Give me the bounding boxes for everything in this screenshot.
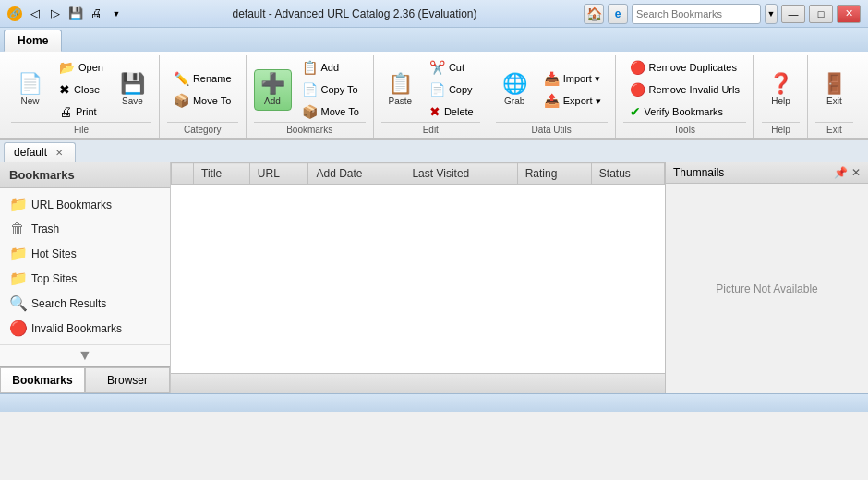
- category-group-label: Category: [167, 122, 238, 138]
- sidebar-item-search-results[interactable]: 🔍 Search Results: [0, 291, 170, 316]
- col-add-date[interactable]: Add Date: [308, 163, 404, 185]
- sidebar-list: 📁 URL Bookmarks 🗑 Trash 📁 Hot Sites 📁 To…: [0, 188, 170, 344]
- verify-bookmarks-button[interactable]: ✔ Verify Bookmarks: [623, 102, 746, 122]
- add-icon: ➕: [260, 74, 285, 94]
- copy-to-button[interactable]: 📄 Copy To: [295, 79, 366, 100]
- maximize-button[interactable]: □: [809, 5, 833, 23]
- qat-print[interactable]: 🖨: [87, 6, 105, 22]
- col-rating[interactable]: Rating: [517, 163, 591, 185]
- save-icon: 💾: [120, 74, 145, 94]
- sidebar-scroll-indicator[interactable]: ▼: [0, 344, 170, 366]
- sidebar-item-trash[interactable]: 🗑 Trash: [0, 217, 170, 241]
- paste-button[interactable]: 📋 Paste: [381, 69, 419, 111]
- sidebar-browser-tab[interactable]: Browser: [85, 367, 170, 393]
- copy-button[interactable]: 📄 Copy: [423, 79, 480, 100]
- print-label: Print: [76, 106, 97, 117]
- exit-button[interactable]: 🚪 Exit: [815, 69, 853, 111]
- table-bottom-bar: [171, 373, 665, 393]
- search-dropdown-btn[interactable]: ▼: [765, 4, 778, 24]
- delete-button[interactable]: ✖ Delete: [423, 102, 480, 122]
- rename-button[interactable]: ✏️ Rename: [167, 68, 238, 89]
- ribbon-group-bookmarks: ➕ Add 📋 Add 📄 Copy To 📦 Move To: [247, 55, 374, 138]
- sidebar-item-hot-sites[interactable]: 📁 Hot Sites: [0, 241, 170, 266]
- document-tabs: default ✕: [0, 140, 868, 162]
- sidebar-item-label-hot-sites: Hot Sites: [31, 247, 77, 260]
- remove-invalid-button[interactable]: 🔴 Remove Invalid Urls: [623, 79, 746, 100]
- ribbon-group-category: ✏️ Rename 📦 Move To Category: [160, 55, 247, 138]
- ribbon-group-tools: 🔴 Remove Duplicates 🔴 Remove Invalid Url…: [616, 55, 754, 138]
- moveto-label: Move To: [193, 95, 231, 106]
- thumbnails-header-icons: 📌 ✕: [834, 166, 861, 179]
- new-icon: 📄: [18, 74, 42, 94]
- url-bookmarks-icon: 📁: [9, 196, 26, 213]
- qat-save[interactable]: 💾: [66, 6, 85, 22]
- import-button[interactable]: 📥 Import ▾: [537, 68, 608, 89]
- doc-tab-close-button[interactable]: ✕: [53, 146, 66, 159]
- browser-ie-icon[interactable]: e: [608, 4, 628, 24]
- category-moveto-button[interactable]: 📦 Move To: [167, 90, 238, 111]
- copyto-label: Copy To: [321, 84, 358, 95]
- edit-group-label: Edit: [381, 122, 480, 138]
- sidebar-item-invalid-bookmarks[interactable]: 🔴 Invalid Bookmarks: [0, 316, 170, 341]
- grab-button[interactable]: 🌐 Grab: [496, 69, 534, 111]
- file-group-label: File: [11, 122, 151, 138]
- col-last-visited[interactable]: Last Visited: [404, 163, 517, 185]
- sidebar-header: Bookmarks: [0, 162, 170, 188]
- col-status[interactable]: Status: [591, 163, 664, 185]
- import-label: Import ▾: [563, 73, 600, 85]
- bookmarks-buttons: ➕ Add 📋 Add 📄 Copy To 📦 Move To: [254, 57, 366, 122]
- bm-add-label: Add: [321, 62, 340, 73]
- bm-col: 📋 Add 📄 Copy To 📦 Move To: [295, 57, 366, 122]
- exit-label: Exit: [826, 96, 842, 106]
- bm-add-button[interactable]: 📋 Add: [295, 57, 366, 78]
- search-bookmarks-input[interactable]: [632, 4, 761, 24]
- app-icon: 🔗: [7, 6, 22, 21]
- category-buttons: ✏️ Rename 📦 Move To: [167, 57, 238, 122]
- thumbnails-close-icon[interactable]: ✕: [851, 166, 861, 179]
- sidebar-item-url-bookmarks[interactable]: 📁 URL Bookmarks: [0, 192, 170, 217]
- window-close-button[interactable]: ✕: [837, 5, 861, 23]
- cut-button[interactable]: ✂️ Cut: [423, 57, 480, 78]
- open-button[interactable]: 📂 Open: [53, 57, 110, 78]
- add-label: Add: [264, 96, 281, 106]
- doc-tab-label: default: [14, 146, 47, 159]
- sidebar-bookmarks-tab[interactable]: Bookmarks: [0, 367, 85, 393]
- ribbon-group-data-utils: 🌐 Grab 📥 Import ▾ 📤 Export ▾ Data Utils: [488, 55, 616, 138]
- col-url[interactable]: URL: [249, 163, 308, 185]
- doc-tab-default[interactable]: default ✕: [4, 142, 76, 162]
- col-check: [172, 163, 194, 185]
- qat-back[interactable]: ◁: [26, 6, 44, 22]
- save-button[interactable]: 💾 Save: [114, 69, 151, 111]
- add-button[interactable]: ➕ Add: [254, 69, 292, 111]
- help-button[interactable]: ❓ Help: [762, 69, 800, 111]
- new-button[interactable]: 📄 New: [11, 69, 49, 111]
- remove-dup-label: Remove Duplicates: [649, 62, 737, 73]
- help-group-label: Help: [762, 122, 800, 138]
- close-button[interactable]: ✖ Close: [53, 79, 110, 100]
- paste-label: Paste: [389, 96, 413, 106]
- tab-home[interactable]: Home: [4, 30, 62, 52]
- remove-duplicates-button[interactable]: 🔴 Remove Duplicates: [623, 57, 746, 78]
- ribbon: Home 📄 New 📂 Open ✖ Close: [0, 28, 868, 140]
- export-label: Export ▾: [563, 95, 601, 107]
- top-sites-icon: 📁: [9, 270, 26, 287]
- cut-icon: ✂️: [429, 60, 445, 75]
- ribbon-group-help: ❓ Help Help: [754, 55, 808, 138]
- sidebar-item-top-sites[interactable]: 📁 Top Sites: [0, 266, 170, 291]
- sidebar: Bookmarks 📁 URL Bookmarks 🗑 Trash 📁 Hot …: [0, 162, 171, 393]
- minimize-button[interactable]: —: [781, 5, 805, 23]
- print-button[interactable]: 🖨 Print: [53, 102, 110, 122]
- sidebar-item-label-top-sites: Top Sites: [31, 272, 77, 285]
- browser-home-icon[interactable]: 🏠: [584, 4, 604, 24]
- thumbnails-pin-icon[interactable]: 📌: [834, 166, 848, 179]
- title-bar: 🔗 ◁ ▷ 💾 🖨 ▼ default - Advanced URL Catal…: [0, 0, 868, 28]
- export-button[interactable]: 📤 Export ▾: [537, 90, 608, 111]
- qat-forward[interactable]: ▷: [46, 6, 65, 22]
- thumbnails-title: Thumnails: [673, 166, 724, 179]
- delete-label: Delete: [444, 106, 474, 117]
- qat-dropdown[interactable]: ▼: [107, 6, 126, 22]
- status-bar: [0, 393, 868, 412]
- col-title[interactable]: Title: [194, 163, 250, 185]
- help-buttons: ❓ Help: [762, 57, 800, 122]
- bm-moveto-button[interactable]: 📦 Move To: [295, 102, 366, 122]
